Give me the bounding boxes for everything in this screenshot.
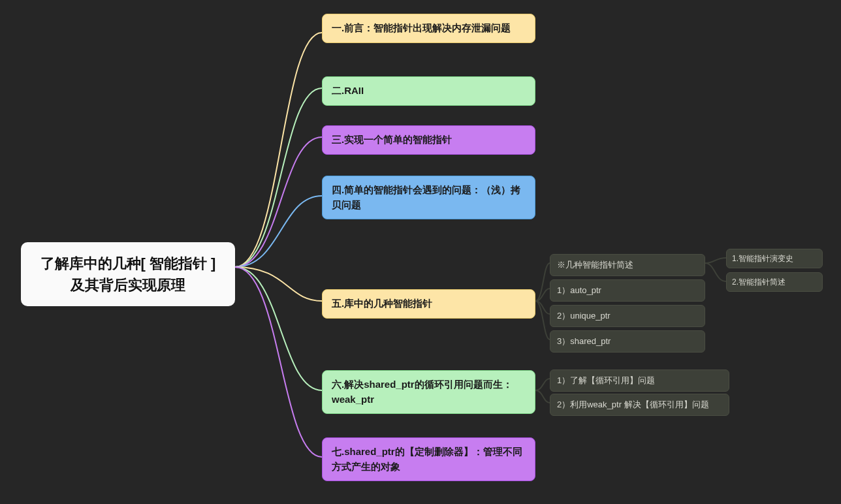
node-5-d[interactable]: 3）shared_ptr xyxy=(550,330,705,353)
node-5-a-1[interactable]: 1.智能指针演变史 xyxy=(726,249,823,268)
node-3-label: 三.实现一个简单的智能指针 xyxy=(332,134,452,145)
node-6-a-label: 1）了解【循环引用】问题 xyxy=(557,375,655,385)
node-1-label: 一.前言：智能指针出现解决内存泄漏问题 xyxy=(332,22,511,33)
node-6-label: 六.解决shared_ptr的循环引用问题而生：weak_ptr xyxy=(332,379,513,405)
node-5-label: 五.库中的几种智能指针 xyxy=(332,298,432,309)
node-5-a-label: ※几种智能指针简述 xyxy=(557,260,633,270)
node-5-b-label: 1）auto_ptr xyxy=(557,285,601,295)
node-4-label: 四.简单的智能指针会遇到的问题：（浅）拷贝问题 xyxy=(332,184,520,210)
node-2[interactable]: 二.RAII xyxy=(322,76,535,106)
node-5-c-label: 2）unique_ptr xyxy=(557,311,611,321)
node-7[interactable]: 七.shared_ptr的【定制删除器】：管理不同方式产生的对象 xyxy=(322,437,535,481)
root-node[interactable]: 了解库中的几种[ 智能指针 ]及其背后实现原理 xyxy=(21,242,235,306)
node-1[interactable]: 一.前言：智能指针出现解决内存泄漏问题 xyxy=(322,14,535,43)
node-5[interactable]: 五.库中的几种智能指针 xyxy=(322,289,535,319)
node-5-b[interactable]: 1）auto_ptr xyxy=(550,279,705,302)
node-5-c[interactable]: 2）unique_ptr xyxy=(550,305,705,327)
node-5-a[interactable]: ※几种智能指针简述 xyxy=(550,254,705,276)
root-label: 了解库中的几种[ 智能指针 ]及其背后实现原理 xyxy=(40,255,216,293)
node-4[interactable]: 四.简单的智能指针会遇到的问题：（浅）拷贝问题 xyxy=(322,176,535,219)
node-5-a-2[interactable]: 2.智能指针简述 xyxy=(726,272,823,292)
node-6-b[interactable]: 2）利用weak_ptr 解决【循环引用】问题 xyxy=(550,394,729,416)
node-6-a[interactable]: 1）了解【循环引用】问题 xyxy=(550,370,729,392)
node-6[interactable]: 六.解决shared_ptr的循环引用问题而生：weak_ptr xyxy=(322,370,535,414)
node-7-label: 七.shared_ptr的【定制删除器】：管理不同方式产生的对象 xyxy=(332,446,522,472)
node-6-b-label: 2）利用weak_ptr 解决【循环引用】问题 xyxy=(557,400,709,409)
node-2-label: 二.RAII xyxy=(332,85,364,96)
node-5-d-label: 3）shared_ptr xyxy=(557,336,611,346)
node-5-a-2-label: 2.智能指针简述 xyxy=(732,277,785,287)
node-3[interactable]: 三.实现一个简单的智能指针 xyxy=(322,125,535,155)
node-5-a-1-label: 1.智能指针演变史 xyxy=(732,254,793,263)
